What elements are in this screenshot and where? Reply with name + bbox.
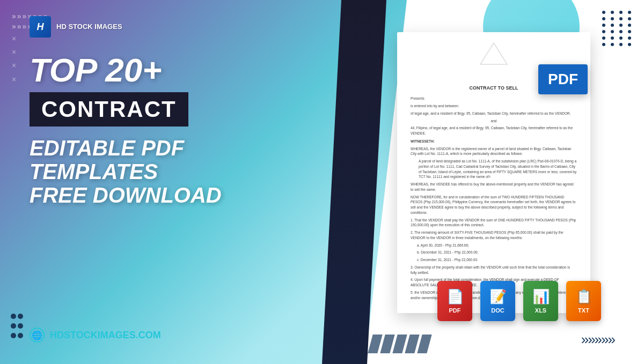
doc-item1: 1. That the VENDOR shall pay the VENDOR … bbox=[411, 218, 577, 228]
pdf-badge: PDF bbox=[538, 64, 588, 94]
doc-para2: of legal age, and a resident of Brgy. 95… bbox=[411, 111, 577, 116]
dots-bottom-left bbox=[11, 314, 22, 343]
doc-label: DOC bbox=[491, 307, 504, 314]
brand-name: HD STOCK IMAGES bbox=[56, 23, 122, 32]
main-content: TOP 20+ CONTRACT EDITABLE PDF TEMPLATES … bbox=[30, 54, 298, 207]
x-marks-decoration: × × × × bbox=[12, 32, 16, 86]
contract-badge: CONTRACT bbox=[30, 92, 188, 127]
format-icons: 📄 PDF 📝 DOC 📊 XLS 📋 TXT bbox=[437, 281, 601, 321]
xls-label: XLS bbox=[535, 307, 546, 314]
logo-icon: H bbox=[30, 16, 51, 38]
svg-marker-0 bbox=[480, 43, 507, 64]
doc-whereas3: WHEREAS, the VENDEE has offered to buy t… bbox=[411, 182, 577, 192]
pdf-label: PDF bbox=[449, 307, 461, 314]
doc-now-therefore: NOW THEREFORE, for and in consideration … bbox=[411, 195, 577, 216]
doc-whereas1: WHEREAS, the VENDOR is the registered ow… bbox=[411, 146, 577, 157]
txt-format-icon: 📋 TXT bbox=[566, 281, 601, 321]
txt-label: TXT bbox=[578, 307, 589, 314]
doc-content: CONTRACT TO SELL Presents is entered int… bbox=[397, 73, 590, 313]
subtitle-line1: EDITABLE PDF TEMPLATES bbox=[30, 136, 184, 183]
doc-item2b: b. December 31, 2021 - Php 22,000.00; bbox=[411, 250, 577, 255]
top-title: TOP 20+ bbox=[30, 54, 298, 87]
doc-presents: Presents bbox=[411, 96, 577, 101]
bottom-arrows: »»»»» bbox=[581, 331, 614, 348]
globe-icon: 🌐 bbox=[30, 328, 45, 343]
doc-item2c: c. December 31, 2021 - Php 22,000.00. bbox=[411, 257, 577, 263]
pdf-format-icon: 📄 PDF bbox=[437, 281, 472, 321]
website-url-area: 🌐 HDSTOCKIMAGES.COM bbox=[30, 328, 161, 343]
doc-para1: is entered into by and between: bbox=[411, 103, 577, 109]
doc-para3: 44, Filipino, of legal age, and a reside… bbox=[411, 125, 577, 136]
doc-item2a: a. April 30, 2020 - Php 21,666.66; bbox=[411, 243, 577, 248]
doc-witnesseth: WITNESSETH: bbox=[411, 139, 577, 144]
website-text: HDSTOCKIMAGES.COM bbox=[50, 330, 161, 341]
doc-item2: 2. The remaining amount of SIXTY-FIVE TH… bbox=[411, 230, 577, 241]
subtitle: EDITABLE PDF TEMPLATES FREE DOWNLOAD bbox=[30, 136, 298, 207]
dots-top-right bbox=[602, 11, 633, 46]
doc-format-icon: 📝 DOC bbox=[480, 281, 515, 321]
xls-format-icon: 📊 XLS bbox=[523, 281, 558, 321]
logo-area: H HD STOCK IMAGES bbox=[30, 16, 122, 38]
subtitle-line2: FREE DOWNLOAD bbox=[30, 183, 222, 207]
doc-whereas2: A parcel of land designated as Lot No. 1… bbox=[411, 159, 577, 180]
bottom-diagonal-lines bbox=[370, 335, 429, 353]
doc-item3: 3. Ownership of the property shall retai… bbox=[411, 265, 577, 276]
doc-and: and bbox=[411, 118, 577, 124]
